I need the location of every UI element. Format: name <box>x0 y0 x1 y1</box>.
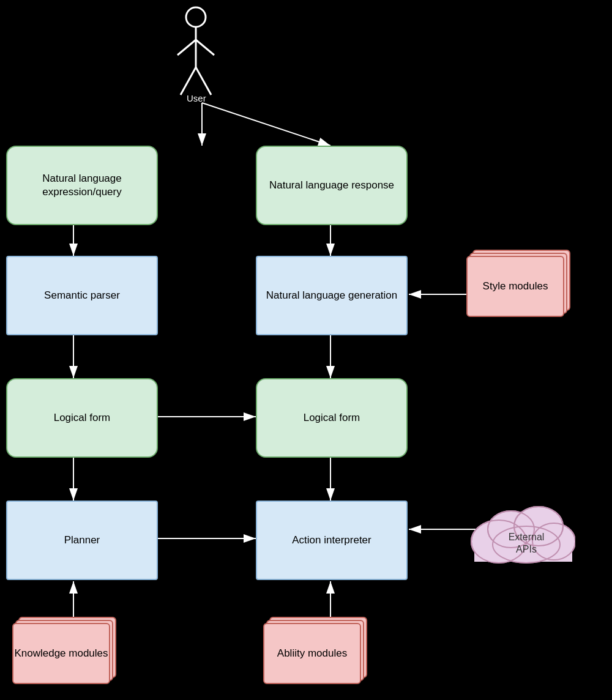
svg-text:APIs: APIs <box>516 544 537 554</box>
nl-expression-label: Natural language expression/query <box>13 172 151 199</box>
logical-form-right-label: Logical form <box>304 411 360 425</box>
svg-text:External: External <box>509 532 545 542</box>
user-label: User <box>187 93 206 103</box>
planner-label: Planner <box>64 534 100 547</box>
logical-form-left-box: Logical form <box>6 378 158 458</box>
nl-response-box: Natural language response <box>256 146 408 225</box>
logical-form-left-label: Logical form <box>54 411 111 425</box>
nl-response-label: Natural language response <box>269 179 394 192</box>
nl-generation-label: Natural language generation <box>266 289 398 302</box>
planner-box: Planner <box>6 501 158 580</box>
action-interpreter-box: Action interpreter <box>256 501 408 580</box>
svg-point-15 <box>186 7 206 27</box>
external-apis: External APIs <box>465 486 575 568</box>
ability-modules: Abliity modules <box>263 623 373 690</box>
knowledge-modules: Knowledge modules <box>12 623 122 690</box>
svg-line-20 <box>196 67 211 95</box>
style-modules-label: Style modules <box>483 280 548 293</box>
svg-line-2 <box>202 103 330 146</box>
nl-expression-box: Natural language expression/query <box>6 146 158 225</box>
ability-modules-label: Abliity modules <box>277 647 347 660</box>
knowledge-modules-label: Knowledge modules <box>14 647 108 660</box>
nl-generation-box: Natural language generation <box>256 256 408 335</box>
action-interpreter-label: Action interpreter <box>292 534 371 547</box>
semantic-parser-label: Semantic parser <box>44 289 120 302</box>
style-modules: Style modules <box>466 256 577 335</box>
svg-line-18 <box>196 40 214 55</box>
semantic-parser-box: Semantic parser <box>6 256 158 335</box>
logical-form-right-box: Logical form <box>256 378 408 458</box>
svg-line-17 <box>177 40 196 55</box>
svg-line-19 <box>181 67 196 95</box>
